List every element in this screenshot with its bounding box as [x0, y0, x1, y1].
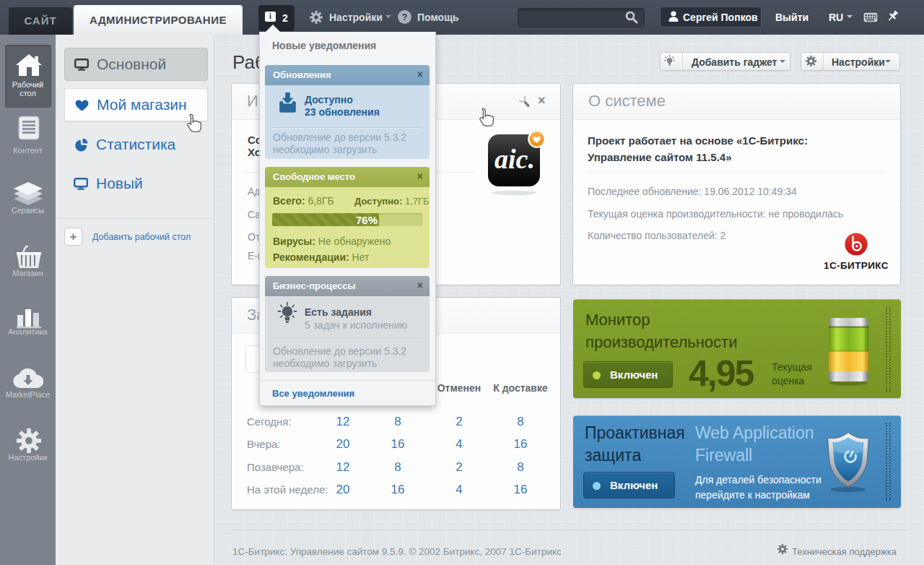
svg-text:aic.: aic. [494, 144, 535, 174]
svg-text:?: ? [402, 12, 408, 22]
